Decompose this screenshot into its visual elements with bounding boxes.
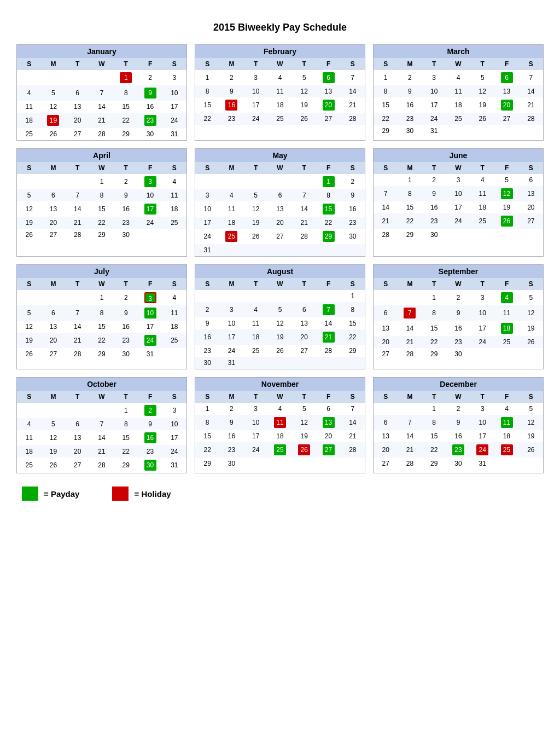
calendar-cell: 20 <box>292 329 316 345</box>
month-header-january: January <box>17 45 186 58</box>
calendar-cell: 13 <box>268 201 292 217</box>
calendar-cell: 5 <box>17 189 41 201</box>
calendar-row: 12 <box>195 174 365 189</box>
calendar-cell <box>341 458 365 470</box>
calendar-cell: 21 <box>66 217 90 229</box>
calendar-cell: 2 <box>341 174 365 189</box>
calendar-cell: 16 <box>446 430 470 442</box>
payday-indicator: 17 <box>144 204 156 215</box>
calendar-row: 13141516171819 <box>374 321 543 336</box>
calendar-cell: 12 <box>519 305 543 321</box>
calendar-cell <box>219 174 243 189</box>
calendar-cell <box>195 174 219 189</box>
calendar-table-january: SMTWTFS123456789101112131415161718192021… <box>17 58 186 140</box>
calendar-cell: 9 <box>341 189 365 201</box>
payday-indicator: 11 <box>501 417 513 428</box>
calendar-row: 891011121314 <box>374 85 543 97</box>
calendar-cell <box>268 244 292 256</box>
day-header: F <box>138 162 162 174</box>
calendar-row: 123456 <box>374 174 543 186</box>
calendar-row: 11121314151617 <box>17 430 186 445</box>
calendar-row: 3031 <box>195 357 365 369</box>
payday-legend: = Payday <box>22 487 79 501</box>
calendar-table-february: SMTWTFS123456789101112131415161718192021… <box>195 58 365 125</box>
calendar-cell: 29 <box>341 345 365 357</box>
day-header: W <box>446 162 470 174</box>
calendar-cell: 29 <box>90 348 114 360</box>
calendar-cell: 28 <box>316 345 340 357</box>
day-header: T <box>422 58 446 70</box>
calendar-cell <box>195 290 219 302</box>
calendar-cell: 3 <box>162 70 186 85</box>
calendar-cell: 30 <box>138 458 162 473</box>
calendar-cell: 23 <box>219 442 243 458</box>
calendar-row: 27282930 <box>374 348 543 360</box>
day-header: W <box>90 162 114 174</box>
calendar-cell: 17 <box>470 321 494 336</box>
day-header: M <box>219 391 243 403</box>
month-header-december: December <box>374 378 543 391</box>
holiday-indicator: 25 <box>501 444 513 455</box>
calendar-cell: 11 <box>494 305 518 321</box>
calendar-cell: 6 <box>66 418 90 430</box>
calendar-cell <box>470 229 494 241</box>
calendar-table-august: SMTWTFS123456789101112131415161718192021… <box>195 278 365 369</box>
calendar-row: 12345 <box>374 403 543 415</box>
calendar-cell: 18 <box>470 201 494 213</box>
day-header: M <box>41 278 65 290</box>
calendar-cell: 13 <box>374 430 398 442</box>
calendar-cell: 14 <box>292 201 316 217</box>
payday-indicator: 10 <box>144 308 156 319</box>
calendar-cell: 7 <box>341 70 365 85</box>
calendar-cell: 6 <box>268 189 292 201</box>
calendar-cell: 29 <box>422 458 446 470</box>
day-header: S <box>195 162 219 174</box>
month-header-may: May <box>195 149 365 162</box>
calendar-cell: 21 <box>316 329 340 345</box>
payday-indicator: 20 <box>501 100 513 111</box>
calendar-cell <box>268 458 292 470</box>
calendar-cell: 27 <box>316 113 340 125</box>
calendar-cell: 3 <box>162 403 186 418</box>
calendar-cell: 26 <box>41 458 65 473</box>
month-block-march: MarchSMTWTFS1234567891011121314151617181… <box>373 44 544 141</box>
calendar-cell <box>316 244 340 256</box>
calendar-cell: 7 <box>90 85 114 101</box>
calendar-cell: 31 <box>470 458 494 470</box>
calendar-cell: 3 <box>244 70 268 85</box>
calendar-cell: 3 <box>219 302 243 317</box>
calendar-cell: 12 <box>292 85 316 97</box>
calendar-row: 24252627282930 <box>195 229 365 244</box>
day-header: F <box>494 162 518 174</box>
calendar-cell: 30 <box>398 125 422 137</box>
month-block-may: MaySMTWTFS123456789101112131415161718192… <box>195 148 365 257</box>
calendar-cell: 1 <box>341 290 365 302</box>
day-header: T <box>114 391 138 403</box>
day-header: T <box>292 278 316 290</box>
day-header: W <box>268 162 292 174</box>
calendar-cell: 1 <box>195 403 219 415</box>
calendar-cell: 21 <box>90 113 114 128</box>
calendar-cell: 19 <box>17 333 41 348</box>
calendar-cell: 13 <box>66 430 90 445</box>
calendar-cell: 23 <box>219 113 243 125</box>
calendar-cell: 22 <box>374 113 398 125</box>
calendar-cell: 10 <box>138 189 162 201</box>
calendar-cell: 17 <box>244 97 268 113</box>
calendar-row: 2627282930 <box>17 229 186 241</box>
day-header: S <box>162 58 186 70</box>
day-header: S <box>17 278 41 290</box>
calendar-cell: 26 <box>519 336 543 348</box>
calendar-cell: 2 <box>138 403 162 418</box>
calendar-cell: 13 <box>494 85 518 97</box>
calendar-cell: 15 <box>195 97 219 113</box>
calendar-cell: 18 <box>244 329 268 345</box>
calendar-cell: 18 <box>494 430 518 442</box>
calendar-cell: 2 <box>398 70 422 85</box>
calendar-cell: 19 <box>292 430 316 442</box>
calendar-cell: 16 <box>195 329 219 345</box>
calendar-cell: 13 <box>374 321 398 336</box>
calendar-cell: 1 <box>195 70 219 85</box>
calendar-cell: 31 <box>422 125 446 137</box>
day-header: W <box>446 391 470 403</box>
